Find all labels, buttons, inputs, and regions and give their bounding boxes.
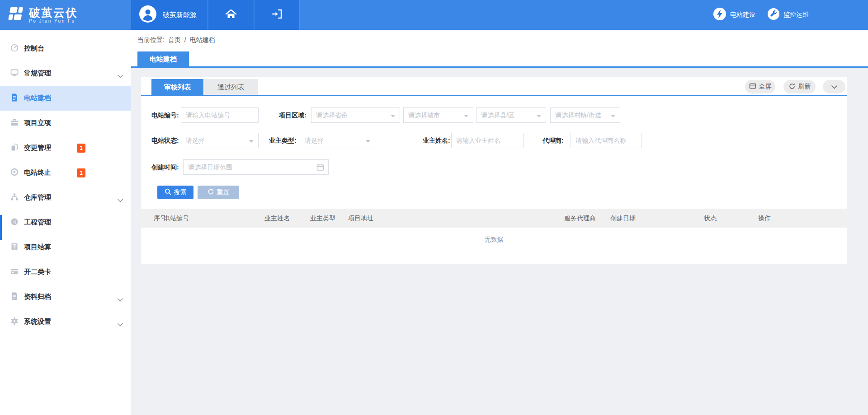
town-select[interactable]: 请选择村镇/街道 <box>550 107 620 123</box>
top-header: 破茧云伏 Po Jian Yun Fu 破茧新能源 电站建设 监控运维 <box>0 0 868 30</box>
breadcrumb-prefix: 当前位置: <box>137 36 165 43</box>
agent-label: 代理商: <box>542 133 564 148</box>
collapse-button[interactable] <box>823 80 845 93</box>
table-empty-text: 无数据 <box>141 236 847 244</box>
owner-name-input[interactable] <box>451 133 524 148</box>
breadcrumb-home-link[interactable]: 首页 <box>168 36 181 43</box>
nav-monitor-ops-label: 监控运维 <box>783 11 809 19</box>
sidebar-item-label: 常规管理 <box>24 69 51 78</box>
sidebar-item-label: 电站建档 <box>24 94 51 103</box>
dashboard-icon <box>10 43 19 54</box>
caret-down-icon <box>611 115 615 117</box>
sidebar-scroll-indicator <box>0 215 2 240</box>
refresh-button[interactable]: 刷新 <box>783 80 816 93</box>
refresh-label: 刷新 <box>798 83 811 91</box>
brand-logo-icon <box>6 5 25 25</box>
company-name: 破茧新能源 <box>163 11 197 19</box>
brand-logo: 破茧云伏 Po Jian Yun Fu <box>0 0 131 30</box>
caret-down-icon <box>249 140 254 143</box>
col-created-date: 创建日期 <box>610 209 636 228</box>
province-select[interactable]: 请选择省份 <box>311 107 400 123</box>
chevron-down-icon <box>831 83 837 90</box>
sidebar-item-label: 仓库管理 <box>24 193 51 202</box>
sitemap-icon <box>10 192 19 203</box>
caret-down-icon <box>366 140 370 143</box>
calculator-icon <box>10 242 19 253</box>
col-owner-name: 业主姓名 <box>264 209 290 228</box>
nav-station-build-label: 电站建设 <box>730 11 755 19</box>
col-status: 状态 <box>704 209 717 228</box>
stop-circle-icon <box>10 168 19 178</box>
sidebar: 控制台 常规管理 电站建档 项目立项 变更管理 1 电站终止 1 仓库管理 工程… <box>0 30 131 415</box>
refresh-icon <box>788 83 796 91</box>
reset-label: 重置 <box>217 188 230 196</box>
nav-station-build[interactable]: 电站建设 <box>713 0 755 30</box>
lightning-icon <box>713 8 726 22</box>
notification-badge: 1 <box>77 168 85 177</box>
owner-type-select[interactable]: 请选择 <box>300 133 375 148</box>
station-no-input[interactable] <box>181 107 259 123</box>
col-actions: 操作 <box>758 209 771 228</box>
tab-passed-list[interactable]: 通过列表 <box>204 79 258 95</box>
tab-audit-list[interactable]: 审核列表 <box>151 79 203 95</box>
sidebar-item-label: 控制台 <box>24 44 44 53</box>
chevron-down-icon <box>118 295 123 303</box>
col-address: 项目地址 <box>348 209 373 228</box>
home-icon <box>225 9 237 21</box>
search-button[interactable]: 搜索 <box>157 186 193 199</box>
city-select[interactable]: 请选择城市 <box>403 107 473 123</box>
sidebar-item-general-mgmt[interactable]: 常规管理 <box>0 61 131 86</box>
caret-down-icon <box>391 115 395 117</box>
owner-type-label: 业主类型: <box>269 133 297 148</box>
chevron-down-icon <box>118 320 123 328</box>
owner-type-placeholder: 请选择 <box>305 137 324 144</box>
fullscreen-button[interactable]: 全屏 <box>745 80 775 93</box>
sidebar-item-project-initiation[interactable]: 项目立项 <box>0 111 131 135</box>
sidebar-item-label: 电站终止 <box>24 168 51 177</box>
county-placeholder: 请选择县/区 <box>481 112 514 119</box>
main-panel: 审核列表 通过列表 全屏 刷新 电站编号: 项目区域: 请选择省份 请选择城市 … <box>141 77 847 264</box>
breadcrumb-strip <box>131 30 868 66</box>
province-placeholder: 请选择省份 <box>316 112 348 119</box>
nav-monitor-ops[interactable]: 监控运维 <box>768 0 809 30</box>
sidebar-item-station-archive[interactable]: 电站建档 <box>0 86 131 111</box>
sidebar-item-station-termination[interactable]: 电站终止 1 <box>0 160 131 185</box>
brand-subtitle: Po Jian Yun Fu <box>29 19 78 23</box>
home-button[interactable] <box>208 0 254 30</box>
sidebar-item-project-settlement[interactable]: 项目结算 <box>0 235 131 260</box>
user-avatar-icon <box>139 5 156 24</box>
breadcrumb: 当前位置: 首页 / 电站建档 <box>137 36 217 44</box>
sidebar-item-label: 变更管理 <box>24 144 51 152</box>
reset-icon <box>208 188 214 196</box>
county-select[interactable]: 请选择县/区 <box>476 107 546 123</box>
col-station-no: 电站编号 <box>164 209 189 228</box>
sidebar-item-label: 项目结算 <box>24 243 51 252</box>
sidebar-item-warehouse-mgmt[interactable]: 仓库管理 <box>0 185 131 210</box>
brand-title: 破茧云伏 <box>29 7 78 19</box>
page-tab-station-archive[interactable]: 电站建档 <box>137 51 189 66</box>
reset-button[interactable]: 重置 <box>198 186 239 199</box>
created-time-label: 创建时间: <box>151 159 179 175</box>
table-header: 序号 电站编号 业主姓名 业主类型 项目地址 服务代理商 创建日期 状态 操作 <box>141 209 847 228</box>
sidebar-item-system-settings[interactable]: 系统设置 <box>0 309 131 334</box>
sidebar-item-data-archive[interactable]: 资料归档 <box>0 284 131 309</box>
logout-button[interactable] <box>255 0 300 30</box>
sidebar-item-dashboard[interactable]: 控制台 <box>0 36 131 61</box>
sidebar-item-label: 工程管理 <box>24 218 51 227</box>
city-placeholder: 请选择城市 <box>408 112 440 119</box>
user-menu[interactable]: 破茧新能源 <box>131 0 208 30</box>
sidebar-item-engineering-mgmt[interactable]: 工程管理 <box>0 210 131 235</box>
agent-input[interactable] <box>571 133 642 148</box>
gauge-icon <box>10 217 19 228</box>
search-label: 搜索 <box>174 188 187 196</box>
date-range-input[interactable] <box>183 159 329 175</box>
tabs-underline <box>141 95 847 96</box>
sidebar-item-open-class2-card[interactable]: 开二类卡 <box>0 260 131 284</box>
sidebar-item-change-mgmt[interactable]: 变更管理 1 <box>0 135 131 160</box>
station-status-select[interactable]: 请选择 <box>181 133 259 148</box>
region-label: 项目区域: <box>279 107 307 123</box>
logout-icon <box>272 9 283 21</box>
briefcase-icon <box>10 118 19 129</box>
breadcrumb-separator: / <box>184 36 186 43</box>
caret-down-icon <box>537 115 541 117</box>
